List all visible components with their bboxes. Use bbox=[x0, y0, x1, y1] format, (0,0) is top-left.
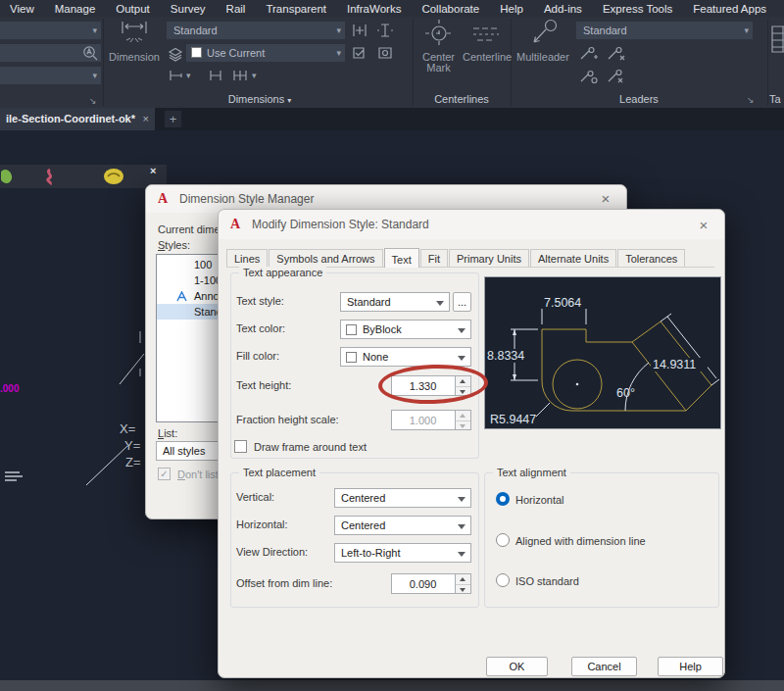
tab-symbols-arrows[interactable]: Symbols and Arrows bbox=[269, 249, 382, 267]
chevron-down-icon[interactable]: ▾ bbox=[252, 67, 780, 84]
ok-button[interactable]: OK bbox=[486, 657, 548, 676]
dimension-button[interactable]: Dimension bbox=[106, 19, 163, 63]
spinner-down-icon[interactable] bbox=[456, 584, 470, 594]
tab-lines[interactable]: Lines bbox=[226, 249, 268, 267]
dim-override-icon[interactable] bbox=[351, 45, 368, 61]
file-tab[interactable]: ile-Section-Coordinet-ok* × bbox=[0, 108, 155, 130]
annotation-search-field[interactable] bbox=[0, 44, 101, 62]
color-swatch bbox=[346, 352, 357, 363]
text-height-label: Text height: bbox=[236, 379, 291, 391]
dim-update-icon[interactable] bbox=[351, 23, 368, 38]
dim-style-dropdown[interactable]: Standard ▾ bbox=[167, 22, 345, 39]
layers-icon[interactable] bbox=[168, 46, 183, 62]
draw-frame-checkbox[interactable] bbox=[234, 440, 247, 453]
modify-titlebar[interactable]: A Modify Dimension Style: Standard × bbox=[219, 210, 724, 239]
spinner-down-icon[interactable] bbox=[456, 386, 470, 396]
leader-align-icon[interactable] bbox=[578, 69, 598, 84]
dim-baseline-icon[interactable] bbox=[231, 69, 249, 82]
tiny-annotation-text bbox=[5, 479, 17, 481]
dim-layer-dropdown[interactable]: Use Current ▾ bbox=[186, 44, 345, 62]
radio-horizontal[interactable] bbox=[496, 492, 510, 506]
panel-flyout-icon[interactable]: ↘ bbox=[747, 95, 755, 105]
radio-iso[interactable] bbox=[496, 573, 510, 587]
text-color-select[interactable]: ByBlock bbox=[340, 320, 471, 339]
fraction-height-label: Fraction height scale: bbox=[236, 414, 339, 425]
dim-center-adjust-icon[interactable] bbox=[376, 45, 394, 61]
leader-collect-icon[interactable] bbox=[606, 69, 625, 84]
annotation-scale-dropdown[interactable]: ▾ bbox=[0, 67, 101, 84]
tab-text[interactable]: Text bbox=[384, 248, 419, 268]
text-height-spinner[interactable]: 1.330 bbox=[391, 375, 471, 396]
dim-break-icon[interactable] bbox=[169, 69, 184, 82]
close-icon[interactable]: × bbox=[597, 190, 614, 208]
panel-flyout-icon[interactable]: ↘ bbox=[89, 96, 97, 106]
offset-spinner[interactable]: 0.090 bbox=[391, 573, 471, 594]
tiny-annotation-text bbox=[5, 471, 20, 473]
autocad-window: View Manage Output Survey Rail Transpare… bbox=[0, 0, 784, 691]
tab-alternate-units[interactable]: Alternate Units bbox=[530, 249, 616, 267]
fill-color-select[interactable]: None bbox=[340, 347, 471, 367]
table-icon[interactable] bbox=[771, 25, 784, 54]
fill-color-label: Fill color: bbox=[236, 350, 279, 362]
cancel-button[interactable]: Cancel bbox=[571, 657, 637, 676]
tab-tolerances[interactable]: Tolerances bbox=[617, 249, 685, 267]
preview-dim-left: 8.8334 bbox=[487, 349, 524, 363]
leaders-panel-label: Leaders bbox=[511, 93, 767, 107]
vertical-select[interactable]: Centered bbox=[334, 488, 471, 508]
centerlines-panel-label: Centerlines bbox=[413, 93, 511, 107]
menu-infraworks[interactable]: InfraWorks bbox=[347, 3, 401, 15]
help-button[interactable]: Help bbox=[658, 657, 723, 676]
leader-add-icon[interactable] bbox=[578, 46, 598, 62]
dim-text-angle-icon[interactable] bbox=[376, 23, 394, 38]
dont-list-checkbox[interactable]: ✓ bbox=[158, 468, 171, 480]
menu-survey[interactable]: Survey bbox=[171, 3, 206, 15]
text-style-label: Text style: bbox=[236, 295, 284, 307]
spinner-up-icon[interactable] bbox=[456, 376, 470, 386]
preview-dim-top: 7.5064 bbox=[544, 296, 581, 310]
leader-style-dropdown[interactable]: Standard ▾ bbox=[576, 22, 753, 39]
multileader-button[interactable]: Multileader bbox=[514, 19, 572, 63]
radio-horizontal-label: Horizontal bbox=[515, 494, 564, 506]
spinner-up-icon bbox=[456, 411, 470, 420]
search-annotation-icon[interactable] bbox=[82, 45, 98, 61]
dim-space-icon[interactable] bbox=[208, 69, 223, 82]
preview-dim-radius: R5.9447 bbox=[490, 413, 536, 426]
spinner-down-icon bbox=[456, 420, 470, 430]
menu-output[interactable]: Output bbox=[116, 3, 150, 15]
menu-rail[interactable]: Rail bbox=[226, 3, 246, 15]
radio-aligned[interactable] bbox=[496, 533, 510, 547]
preview-dim-angle: 60° bbox=[616, 386, 635, 400]
chevron-down-icon: ▾ bbox=[336, 22, 341, 39]
text-style-select[interactable]: Standard bbox=[340, 292, 450, 312]
centerline-button[interactable]: Centerline bbox=[463, 19, 509, 63]
styles-label: Styles: bbox=[158, 239, 190, 251]
modify-title: Modify Dimension Style: Standard bbox=[252, 218, 429, 231]
menu-featured-apps[interactable]: Featured Apps bbox=[693, 3, 766, 15]
browse-text-style-button[interactable]: ... bbox=[453, 292, 471, 312]
leader-remove-icon[interactable] bbox=[606, 46, 625, 62]
text-color-label: Text color: bbox=[236, 322, 285, 334]
color-swatch bbox=[346, 324, 357, 335]
spinner-up-icon[interactable] bbox=[456, 574, 470, 584]
tab-primary-units[interactable]: Primary Units bbox=[449, 249, 529, 267]
view-direction-label: View Direction: bbox=[236, 546, 308, 558]
menu-help[interactable]: Help bbox=[500, 3, 523, 15]
tab-fit[interactable]: Fit bbox=[420, 249, 448, 267]
view-direction-select[interactable]: Left-to-Right bbox=[334, 543, 471, 563]
dimensions-panel-label[interactable]: Dimensions ▾ bbox=[167, 93, 353, 107]
menu-collaborate[interactable]: Collaborate bbox=[421, 3, 479, 15]
horizontal-select[interactable]: Centered bbox=[334, 516, 471, 535]
menubar: View Manage Output Survey Rail Transpare… bbox=[0, 0, 784, 17]
close-icon[interactable]: × bbox=[695, 217, 712, 234]
center-mark-button[interactable]: Center Mark bbox=[416, 19, 462, 74]
close-icon[interactable]: × bbox=[143, 108, 149, 130]
dimension-icon bbox=[118, 19, 151, 48]
menu-transparent[interactable]: Transparent bbox=[266, 3, 326, 15]
menu-view[interactable]: View bbox=[10, 3, 34, 15]
chevron-down-icon bbox=[458, 497, 466, 502]
menu-addins[interactable]: Add-ins bbox=[544, 3, 582, 15]
menu-express-tools[interactable]: Express Tools bbox=[603, 3, 672, 15]
text-style-ribbon-dropdown[interactable]: ▾ bbox=[0, 22, 101, 39]
new-tab-button[interactable]: + bbox=[165, 111, 181, 127]
menu-manage[interactable]: Manage bbox=[55, 3, 96, 15]
